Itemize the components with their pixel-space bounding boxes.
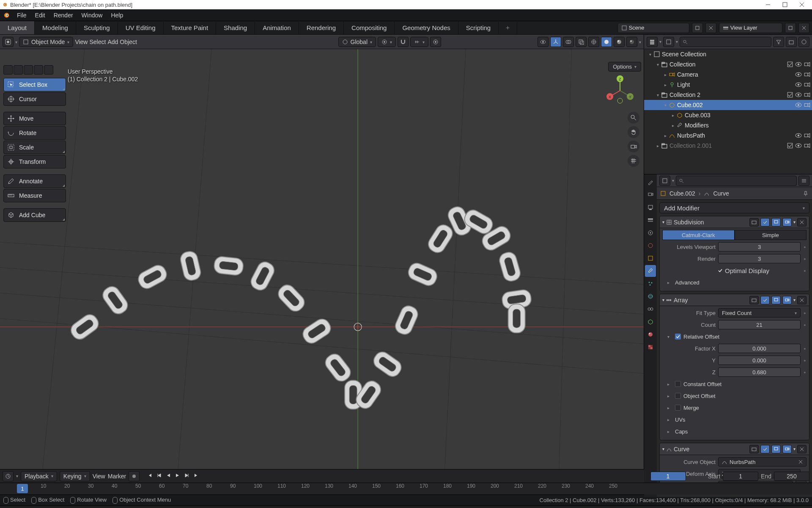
crumb-obj[interactable]: Cube.002 (669, 190, 695, 197)
outliner-row[interactable]: ▸NurbsPath (644, 130, 812, 141)
end-frame-input[interactable]: 250 (774, 472, 809, 481)
mod-realtime-toggle[interactable] (749, 218, 759, 226)
expand-toggle[interactable]: ▾ (654, 93, 661, 97)
outliner-restriction[interactable] (798, 37, 809, 47)
mod-viewport-toggle[interactable] (771, 445, 781, 453)
props-options[interactable] (798, 176, 809, 186)
taskbar-search[interactable] (21, 507, 39, 508)
workspace-tab-rendering[interactable]: Rendering (299, 21, 344, 34)
collapse-toggle[interactable]: ▾ (662, 220, 664, 224)
eye-toggle[interactable] (795, 81, 802, 88)
outliner-row[interactable]: ▸Cube.003 (644, 110, 812, 120)
keyframe-dot[interactable]: • (803, 369, 807, 376)
chk-toggle[interactable] (787, 61, 793, 68)
vmenu-select[interactable]: Select (89, 39, 106, 45)
caps-toggle[interactable]: ▸Caps (662, 426, 807, 436)
editor-type-button[interactable] (3, 37, 14, 47)
tl-marker[interactable]: Marker (108, 473, 126, 480)
optimal-display-checkbox[interactable] (718, 268, 722, 273)
mod-render-toggle[interactable] (782, 218, 792, 226)
outliner-new-collection[interactable] (786, 37, 797, 47)
outliner-filter[interactable] (773, 37, 784, 47)
mod-realtime-toggle[interactable] (749, 445, 759, 453)
subdiv-catmull-button[interactable]: Catmull-Clark (662, 230, 735, 240)
viewlayer-selector[interactable]: View Layer (719, 23, 782, 33)
eye-toggle[interactable] (795, 91, 802, 98)
mod-delete[interactable] (797, 445, 807, 453)
options-dropdown[interactable]: Options▾ (608, 62, 641, 72)
outliner-row[interactable]: ▾Collection (644, 59, 812, 69)
mod-render-toggle[interactable] (782, 445, 792, 453)
ptab-texture[interactable] (645, 341, 656, 353)
expand-toggle[interactable]: ▾ (662, 103, 669, 108)
proportional-edit[interactable] (430, 37, 441, 47)
props-editor-type[interactable] (659, 176, 670, 186)
workspace-tab-compositing[interactable]: Compositing (344, 21, 395, 34)
workspace-tab-geonodes[interactable]: Geometry Nodes (395, 21, 458, 34)
factor-y-input[interactable]: 0.000 (718, 356, 801, 365)
collapse-toggle[interactable]: ▾ (662, 298, 664, 302)
vmenu-object[interactable]: Object (120, 39, 137, 45)
taskbar-app-3[interactable] (177, 507, 195, 508)
workspace-tab-shading[interactable]: Shading (216, 21, 255, 34)
levels-viewport-input[interactable]: 3 (718, 242, 801, 251)
eye-toggle[interactable] (795, 61, 802, 68)
jump-start[interactable] (145, 471, 154, 480)
outliner-row[interactable]: ▸Modifiers (644, 120, 812, 130)
ptab-output[interactable] (645, 202, 656, 213)
taskbar-explorer[interactable] (60, 507, 78, 508)
workspace-tab-layout[interactable]: Layout (0, 21, 35, 34)
xray-toggle[interactable] (576, 37, 587, 47)
factor-z-input[interactable]: 0.680 (718, 367, 801, 377)
outliner-search[interactable] (680, 37, 771, 47)
gizmo-toggle[interactable] (550, 37, 561, 47)
overlays-toggle[interactable] (563, 37, 574, 47)
expand-toggle[interactable]: ▸ (662, 72, 669, 77)
nav-gizmo[interactable]: Z X Y (605, 75, 635, 106)
keyframe-dot[interactable]: • (803, 321, 807, 329)
taskbar-app-2[interactable] (138, 507, 156, 508)
ptab-viewlayer[interactable] (645, 214, 656, 226)
outliner-row[interactable]: ▸Camera (644, 69, 812, 80)
autokey-toggle[interactable] (129, 471, 140, 481)
ptab-modifiers[interactable] (645, 265, 656, 277)
keyframe-dot[interactable]: • (803, 345, 807, 352)
nav-camera[interactable] (628, 141, 639, 152)
render-levels-input[interactable]: 3 (718, 254, 801, 263)
uvs-toggle[interactable]: ▸UVs (662, 414, 807, 425)
shading-solid[interactable] (601, 37, 612, 47)
expand-toggle[interactable]: ▾ (654, 62, 661, 67)
menu-file[interactable]: File (13, 12, 31, 19)
mod-extras[interactable]: ▾ (793, 220, 796, 224)
outliner-row[interactable]: ▾Scene Collection (644, 49, 812, 59)
chk-toggle[interactable] (787, 142, 793, 149)
tool-cursor[interactable]: Cursor (3, 92, 66, 106)
taskbar-taskview[interactable] (41, 507, 58, 508)
mod-editmode-toggle[interactable] (760, 296, 770, 304)
workspace-add[interactable]: ＋ (499, 21, 517, 34)
workspace-tab-scripting[interactable]: Scripting (458, 21, 499, 34)
tl-playback[interactable]: Playback▾ (21, 471, 57, 481)
ptab-particles[interactable] (645, 278, 656, 290)
workspace-tab-uv[interactable]: UV Editing (118, 21, 164, 34)
viewlayer-new-button[interactable] (785, 23, 796, 33)
mod-extras[interactable]: ▾ (793, 447, 796, 451)
workspace-tab-modeling[interactable]: Modeling (35, 21, 76, 34)
mode-selector[interactable]: Object Mode▾ (19, 37, 73, 47)
play-reverse[interactable] (164, 471, 173, 480)
vmenu-add[interactable]: Add (107, 39, 118, 45)
scene-delete-button[interactable] (705, 23, 716, 33)
taskbar-notepad[interactable] (118, 507, 136, 508)
start-frame-input[interactable]: 1 (723, 472, 758, 481)
keyframe-dot[interactable]: • (803, 243, 807, 251)
mod-delete[interactable] (797, 296, 807, 304)
tl-view[interactable]: View (93, 473, 105, 480)
eye-toggle[interactable] (795, 71, 802, 78)
pivot-selector[interactable]: ▾ (378, 37, 396, 47)
workspace-tab-sculpting[interactable]: Sculpting (76, 21, 118, 34)
viewlayer-delete-button[interactable] (798, 23, 809, 33)
props-search[interactable] (676, 176, 797, 186)
cam-toggle[interactable] (804, 71, 810, 78)
outliner-row[interactable]: ▾Collection 2 (644, 90, 812, 100)
ptab-scene[interactable] (645, 227, 656, 239)
